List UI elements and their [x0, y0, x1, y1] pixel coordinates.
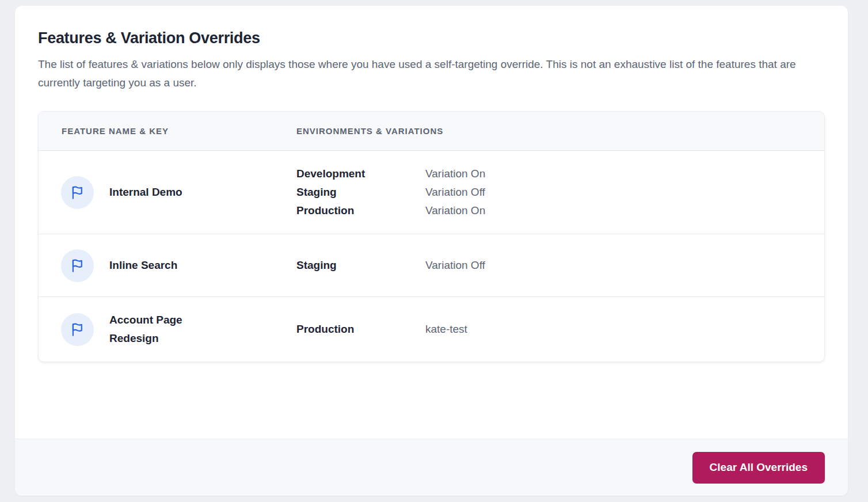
table-row: Inline SearchStagingVariation Off — [39, 234, 824, 296]
environment-line: ProductionVariation On — [296, 201, 824, 220]
page-title: Features & Variation Overrides — [38, 29, 825, 47]
environment-line: StagingVariation Off — [296, 256, 824, 275]
feature-cell: Account Page Redesign — [39, 311, 296, 348]
flag-icon — [61, 176, 94, 209]
feature-name: Account Page Redesign — [109, 311, 201, 348]
table-body: Internal DemoDevelopmentVariation OnStag… — [39, 151, 824, 362]
column-header-feature-name-key: Feature name & key — [39, 126, 296, 136]
flag-icon — [61, 313, 94, 346]
table-row: Account Page RedesignProductionkate-test — [39, 296, 824, 362]
environment-name: Production — [296, 201, 425, 220]
variation-value: Variation On — [425, 165, 824, 183]
variation-value: kate-test — [425, 320, 824, 339]
environment-name: Development — [296, 165, 425, 183]
page-description: The list of features & variations below … — [38, 55, 815, 92]
variation-value: Variation On — [425, 201, 824, 220]
environments-cell: Productionkate-test — [296, 320, 824, 339]
panel-content: Features & Variation Overrides The list … — [15, 6, 848, 439]
environment-line: StagingVariation Off — [296, 183, 824, 201]
feature-name: Inline Search — [109, 256, 177, 275]
overrides-table: Feature name & key Environments & variat… — [38, 111, 825, 362]
variation-value: Variation Off — [425, 256, 824, 275]
panel-footer: Clear All Overrides — [15, 439, 848, 496]
flag-icon — [61, 249, 94, 282]
overrides-panel: Features & Variation Overrides The list … — [15, 6, 848, 496]
table-header-row: Feature name & key Environments & variat… — [39, 112, 824, 151]
environment-line: DevelopmentVariation On — [296, 165, 824, 183]
environments-cell: StagingVariation Off — [296, 256, 824, 275]
column-header-environments-variations: Environments & variations — [296, 126, 824, 136]
environments-cell: DevelopmentVariation OnStagingVariation … — [296, 165, 824, 220]
feature-cell: Inline Search — [39, 249, 296, 282]
feature-cell: Internal Demo — [39, 176, 296, 209]
variation-value: Variation Off — [425, 183, 824, 201]
table-row: Internal DemoDevelopmentVariation OnStag… — [39, 151, 824, 234]
environment-name: Production — [296, 320, 425, 339]
environment-line: Productionkate-test — [296, 320, 824, 339]
environment-name: Staging — [296, 256, 425, 275]
feature-name: Internal Demo — [109, 183, 182, 201]
environment-name: Staging — [296, 183, 425, 201]
clear-all-overrides-button[interactable]: Clear All Overrides — [692, 452, 825, 484]
